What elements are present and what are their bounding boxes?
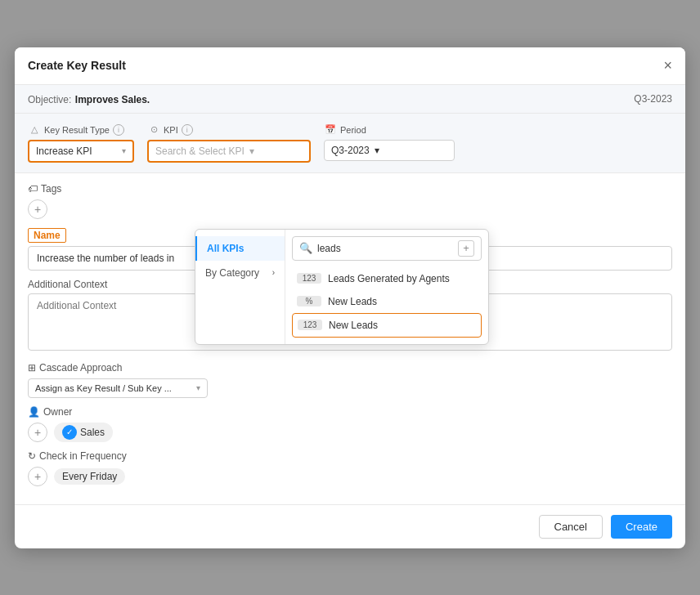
owner-chip: ✓ Sales bbox=[54, 423, 113, 442]
checkin-frequency-section: ↻ Check in Frequency + Every Friday bbox=[28, 450, 672, 486]
form-body: All KPIs By Category › 🔍 + bbox=[15, 173, 685, 504]
kpi-dropdown: All KPIs By Category › 🔍 + bbox=[195, 229, 489, 345]
owner-add-button[interactable]: + bbox=[28, 423, 47, 442]
key-result-type-label: △ Key Result Type i bbox=[28, 123, 134, 136]
period-chevron-icon: ▾ bbox=[375, 145, 379, 156]
period-select[interactable]: Q3-2023 ▾ bbox=[324, 140, 455, 161]
modal-footer: Cancel Create bbox=[15, 504, 685, 548]
key-result-type-select[interactable]: Increase KPI ▾ bbox=[28, 140, 134, 163]
tags-section: 🏷 Tags + bbox=[28, 183, 672, 219]
checkin-chips-row: + Every Friday bbox=[28, 467, 672, 486]
kpi-item-label: New Leads bbox=[329, 320, 378, 331]
checkin-chip-label: Every Friday bbox=[62, 471, 117, 482]
kpi-add-button[interactable]: + bbox=[458, 240, 474, 257]
tags-label: 🏷 Tags bbox=[28, 183, 672, 195]
period-label: 📅 Period bbox=[324, 123, 455, 136]
kpi-item-label: Leads Generated by Agents bbox=[328, 273, 450, 284]
kpi-group: ⊙ KPI i Search & Select KPI ▾ bbox=[147, 123, 311, 163]
key-result-type-info-icon[interactable]: i bbox=[113, 124, 124, 136]
objective-name: Improves Sales. bbox=[75, 94, 150, 105]
kpi-categories-panel: All KPIs By Category › bbox=[195, 230, 285, 344]
kpi-category-by-category[interactable]: By Category › bbox=[195, 261, 285, 285]
create-button[interactable]: Create bbox=[611, 515, 672, 539]
triangle-icon: △ bbox=[28, 123, 41, 136]
owner-chips-row: + ✓ Sales bbox=[28, 423, 672, 442]
kpi-dropdown-inner: All KPIs By Category › 🔍 + bbox=[195, 230, 488, 344]
checkin-icon: ↻ bbox=[28, 450, 36, 462]
period-badge: Q3-2023 bbox=[634, 93, 672, 105]
owner-label: 👤 Owner bbox=[28, 406, 672, 418]
cascade-approach-select[interactable]: Assign as Key Result / Sub Key ... ▾ bbox=[28, 378, 208, 398]
kpi-badge-percent: % bbox=[297, 296, 321, 306]
fields-row: △ Key Result Type i Increase KPI ▾ ⊙ KPI… bbox=[15, 114, 685, 173]
kpi-icon: ⊙ bbox=[147, 123, 160, 136]
owner-section: 👤 Owner + ✓ Sales bbox=[28, 406, 672, 442]
kpi-item-label: New Leads bbox=[328, 296, 377, 307]
kpi-search-input[interactable] bbox=[317, 243, 453, 254]
kpi-search-row: 🔍 + bbox=[292, 236, 482, 261]
tag-icon: 🏷 bbox=[28, 183, 38, 195]
cascade-icon: ⊞ bbox=[28, 362, 36, 374]
kpi-label: ⊙ KPI i bbox=[147, 123, 311, 136]
owner-icon: 👤 bbox=[28, 406, 40, 418]
search-icon: 🔍 bbox=[299, 242, 312, 254]
close-button[interactable]: × bbox=[663, 57, 672, 74]
chevron-right-icon: › bbox=[272, 268, 275, 277]
cascade-approach-section: ⊞ Cascade Approach Assign as Key Result … bbox=[28, 362, 672, 398]
period-group: 📅 Period Q3-2023 ▾ bbox=[324, 123, 455, 161]
create-key-result-modal: Create Key Result × Objective: Improves … bbox=[15, 47, 685, 548]
calendar-icon: 📅 bbox=[324, 123, 337, 136]
checkin-chip: Every Friday bbox=[54, 468, 125, 485]
kpi-badge-number: 123 bbox=[298, 320, 322, 330]
kpi-chevron-icon: ▾ bbox=[249, 145, 254, 157]
checkin-add-button[interactable]: + bbox=[28, 467, 47, 486]
kpi-results-panel: 🔍 + 123 Leads Generated by Agents % New … bbox=[285, 230, 488, 344]
kpi-badge-number: 123 bbox=[297, 273, 321, 284]
objective-text: Objective: Improves Sales. bbox=[28, 92, 150, 106]
cancel-button[interactable]: Cancel bbox=[539, 515, 603, 539]
kpi-info-icon[interactable]: i bbox=[182, 124, 193, 136]
checkin-label: ↻ Check in Frequency bbox=[28, 450, 672, 462]
modal-header: Create Key Result × bbox=[15, 47, 685, 85]
kpi-category-all[interactable]: All KPIs bbox=[195, 236, 285, 261]
name-label: Name bbox=[28, 228, 66, 243]
kpi-list-item[interactable]: 123 Leads Generated by Agents bbox=[292, 267, 482, 290]
key-result-type-group: △ Key Result Type i Increase KPI ▾ bbox=[28, 123, 134, 163]
modal-title: Create Key Result bbox=[28, 59, 126, 72]
kpi-list-item-selected[interactable]: 123 New Leads bbox=[292, 313, 482, 338]
kpi-list-item[interactable]: % New Leads bbox=[292, 290, 482, 313]
objective-bar: Objective: Improves Sales. Q3-2023 bbox=[15, 85, 685, 114]
cascade-chevron-icon: ▾ bbox=[196, 383, 200, 392]
tags-add-button[interactable]: + bbox=[28, 199, 47, 219]
cascade-approach-label: ⊞ Cascade Approach bbox=[28, 362, 672, 374]
kpi-select[interactable]: Search & Select KPI ▾ bbox=[147, 140, 311, 163]
owner-chip-label: Sales bbox=[80, 427, 105, 438]
chevron-down-icon: ▾ bbox=[122, 146, 126, 155]
check-icon: ✓ bbox=[62, 425, 77, 440]
